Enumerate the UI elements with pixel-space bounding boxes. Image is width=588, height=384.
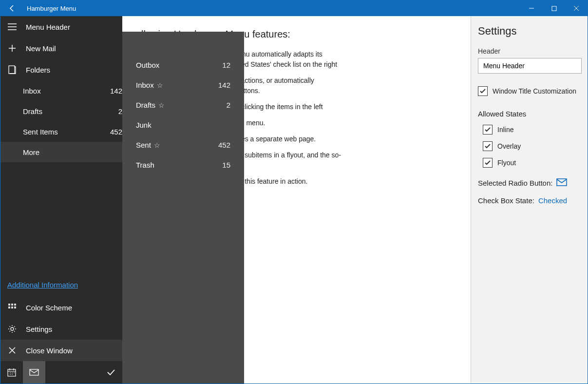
settings-panel: Settings Header Window Title Customizati… bbox=[471, 16, 588, 384]
star-icon: ☆ bbox=[154, 141, 160, 149]
mail-radio-button[interactable] bbox=[23, 361, 45, 384]
plus-icon bbox=[7, 44, 17, 52]
header-field-label: Header bbox=[478, 47, 582, 55]
folder-icon bbox=[7, 65, 17, 74]
flyout-item-inbox[interactable]: Inbox ☆ 142 bbox=[122, 75, 244, 95]
svg-rect-0 bbox=[552, 6, 556, 11]
svg-rect-7 bbox=[14, 307, 16, 308]
color-scheme-label: Color Scheme bbox=[26, 304, 115, 312]
gear-icon bbox=[7, 325, 17, 333]
flyout-item-drafts[interactable]: Drafts ☆ 2 bbox=[122, 95, 244, 115]
window-title-label: Window Title Customization bbox=[493, 87, 576, 95]
star-icon: ☆ bbox=[157, 81, 163, 89]
close-window-button[interactable]: Close Window bbox=[0, 340, 122, 361]
svg-rect-6 bbox=[11, 307, 13, 308]
hamburger-sidebar: Menu Header New Mail Folders Inbox 142 D… bbox=[0, 16, 122, 384]
svg-rect-5 bbox=[8, 307, 10, 308]
grid-icon bbox=[7, 304, 17, 311]
calendar-radio-button[interactable] bbox=[0, 361, 23, 384]
folder-item-sent[interactable]: Sent Items 452 bbox=[0, 121, 122, 142]
folders-label: Folders bbox=[26, 66, 115, 74]
svg-rect-11 bbox=[557, 179, 567, 186]
new-mail-label: New Mail bbox=[26, 44, 115, 53]
title-bar: Hamburger Menu bbox=[0, 0, 588, 16]
svg-rect-4 bbox=[14, 304, 16, 306]
settings-label: Settings bbox=[26, 325, 115, 333]
window-title-checkbox[interactable] bbox=[478, 86, 488, 96]
folders-button[interactable]: Folders bbox=[0, 59, 122, 80]
more-flyout: Outbox 12 Inbox ☆ 142 Drafts ☆ 2 Junk Se… bbox=[122, 32, 244, 384]
svg-rect-2 bbox=[8, 304, 10, 306]
bottom-radio-strip bbox=[0, 361, 122, 384]
svg-rect-3 bbox=[11, 304, 13, 306]
menu-header-button[interactable]: Menu Header bbox=[0, 16, 122, 38]
settings-button[interactable]: Settings bbox=[0, 318, 122, 340]
new-mail-button[interactable]: New Mail bbox=[0, 38, 122, 59]
close-button[interactable] bbox=[565, 0, 588, 16]
window-title: Hamburger Menu bbox=[24, 5, 76, 12]
flyout-item-outbox[interactable]: Outbox 12 bbox=[122, 55, 244, 75]
svg-rect-1 bbox=[9, 66, 15, 74]
inline-checkbox[interactable] bbox=[483, 125, 493, 134]
mail-icon bbox=[556, 178, 567, 188]
hamburger-icon bbox=[7, 23, 17, 30]
close-icon bbox=[7, 347, 17, 354]
selected-radio-label: Selected Radio Button: bbox=[478, 179, 552, 187]
overlay-checkbox[interactable] bbox=[483, 141, 493, 151]
folder-item-inbox[interactable]: Inbox 142 bbox=[0, 80, 122, 101]
folder-item-more[interactable]: More bbox=[0, 142, 122, 162]
svg-rect-10 bbox=[30, 369, 38, 375]
color-scheme-button[interactable]: Color Scheme bbox=[0, 297, 122, 318]
close-window-label: Close Window bbox=[26, 346, 115, 355]
checkbox-state-value: Checked bbox=[538, 196, 567, 205]
additional-info-link[interactable]: Additional Information bbox=[0, 272, 122, 297]
menu-header-label: Menu Header bbox=[26, 23, 115, 31]
back-button[interactable] bbox=[0, 0, 24, 16]
settings-title: Settings bbox=[478, 25, 582, 38]
checkbox-state-label: Check Box State: bbox=[478, 196, 534, 205]
star-icon: ☆ bbox=[158, 101, 165, 109]
header-input[interactable] bbox=[478, 58, 582, 74]
maximize-button[interactable] bbox=[543, 0, 565, 16]
folder-item-drafts[interactable]: Drafts 2 bbox=[0, 101, 122, 121]
check-toggle-button[interactable] bbox=[100, 361, 122, 384]
svg-point-8 bbox=[11, 327, 14, 330]
flyout-item-sent[interactable]: Sent ☆ 452 bbox=[122, 135, 244, 155]
allowed-states-label: Allowed States bbox=[478, 110, 582, 118]
flyout-checkbox[interactable] bbox=[483, 158, 493, 168]
minimize-button[interactable] bbox=[520, 0, 543, 16]
flyout-item-trash[interactable]: Trash 15 bbox=[122, 155, 244, 175]
flyout-item-junk[interactable]: Junk bbox=[122, 115, 244, 135]
